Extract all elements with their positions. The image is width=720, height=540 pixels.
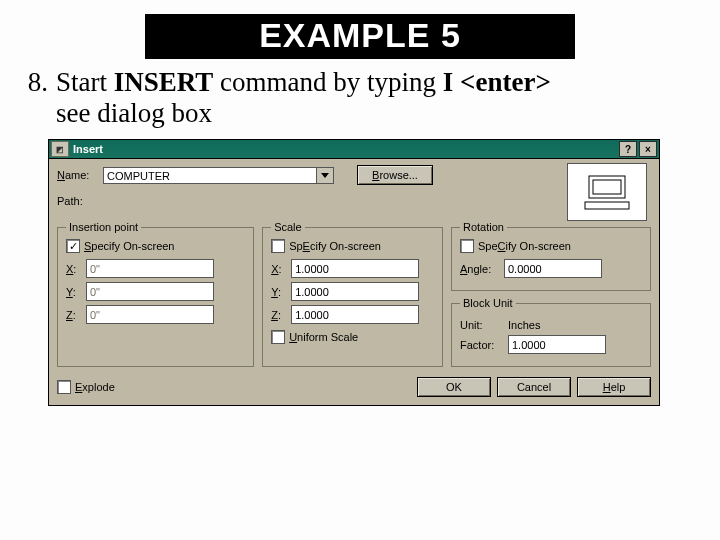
dialog-title: Insert (73, 143, 103, 155)
instruction-item: 8. Start INSERT command by typing I <ent… (16, 67, 696, 129)
insertion-legend: Insertion point (66, 221, 141, 233)
slide-title: EXAMPLE 5 (145, 14, 575, 59)
rotation-specify-checkbox[interactable]: SpeCify On-screen (460, 239, 642, 253)
insertion-specify-checkbox[interactable]: ✓ Specify On-screen (66, 239, 245, 253)
scale-x-input[interactable] (291, 259, 419, 278)
checkbox-icon (271, 330, 285, 344)
scale-y-input[interactable] (291, 282, 419, 301)
insertion-point-group: Insertion point ✓ Specify On-screen X: Y… (57, 221, 254, 367)
unit-value: Inches (508, 319, 540, 331)
rotation-group: Rotation SpeCify On-screen Angle: (451, 221, 651, 291)
svg-rect-2 (585, 202, 629, 209)
browse-button[interactable]: Browse... (357, 165, 433, 185)
help-button[interactable]: ? (619, 141, 637, 157)
instruction-text: Start INSERT command by typing I <enter>… (56, 67, 696, 129)
angle-label: Angle: (460, 263, 498, 275)
titlebar[interactable]: ◩ Insert ? × (49, 140, 659, 159)
scale-x-label: X: (271, 263, 285, 275)
close-button[interactable]: × (639, 141, 657, 157)
help-dialog-button[interactable]: Help (577, 377, 651, 397)
chevron-down-icon[interactable] (316, 167, 334, 184)
insert-dialog: ◩ Insert ? × Name: Browse... Path: (48, 139, 660, 406)
svg-rect-1 (593, 180, 621, 194)
uniform-scale-checkbox[interactable]: Uniform Scale (271, 330, 434, 344)
checkbox-icon (271, 239, 285, 253)
block-unit-group: Block Unit Unit: Inches Factor: (451, 297, 651, 367)
computer-icon (579, 172, 635, 212)
insertion-y-input[interactable] (86, 282, 214, 301)
rotation-legend: Rotation (460, 221, 507, 233)
checkbox-icon: ✓ (66, 239, 80, 253)
name-input[interactable] (103, 167, 316, 184)
checkbox-icon (460, 239, 474, 253)
angle-input[interactable] (504, 259, 602, 278)
scale-specify-checkbox[interactable]: SpEcify On-screen (271, 239, 434, 253)
scale-group: Scale SpEcify On-screen X: Y: Z: Uniform… (262, 221, 443, 367)
svg-rect-0 (589, 176, 625, 198)
factor-input[interactable] (508, 335, 606, 354)
checkbox-icon (57, 380, 71, 394)
system-menu-icon[interactable]: ◩ (51, 141, 69, 157)
ok-button[interactable]: OK (417, 377, 491, 397)
scale-legend: Scale (271, 221, 305, 233)
cancel-button[interactable]: Cancel (497, 377, 571, 397)
scale-z-input[interactable] (291, 305, 419, 324)
unit-label: Unit: (460, 319, 504, 331)
blockunit-legend: Block Unit (460, 297, 516, 309)
scale-y-label: Y: (271, 286, 285, 298)
x-label: X: (66, 263, 80, 275)
path-label: Path: (57, 195, 83, 207)
explode-checkbox[interactable]: Explode (57, 380, 115, 394)
y-label: Y: (66, 286, 80, 298)
factor-label: Factor: (460, 339, 504, 351)
scale-z-label: Z: (271, 309, 285, 321)
instruction-number: 8. (16, 67, 48, 129)
name-label: Name: (57, 169, 89, 181)
block-preview (567, 163, 647, 221)
name-combo[interactable] (103, 167, 334, 184)
z-label: Z: (66, 309, 80, 321)
insertion-z-input[interactable] (86, 305, 214, 324)
insertion-x-input[interactable] (86, 259, 214, 278)
